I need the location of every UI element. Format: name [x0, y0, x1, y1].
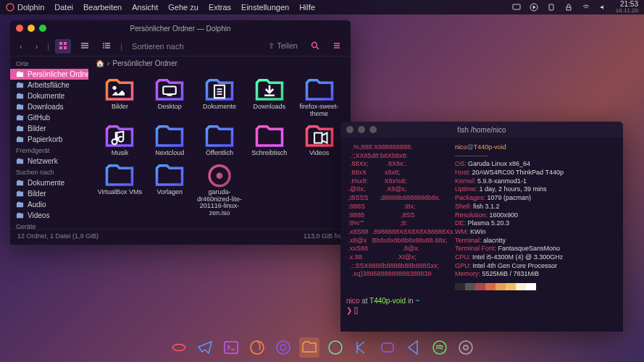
- tray-screen-icon[interactable]: [511, 2, 522, 12]
- search-button[interactable]: [307, 39, 323, 54]
- tray-clipboard-icon[interactable]: [546, 2, 556, 12]
- file-item[interactable]: Öffentlich: [196, 121, 244, 159]
- sidebar-item[interactable]: GitHub: [10, 112, 88, 123]
- dock-discord-icon[interactable]: [377, 337, 398, 358]
- window-controls: [16, 25, 46, 32]
- sidebar-item[interactable]: Audio: [10, 199, 88, 210]
- menu-app[interactable]: Dolphin: [6, 3, 44, 12]
- window-title: Persönlicher Ordner — Dolphin: [130, 25, 231, 33]
- file-item[interactable]: Videos: [295, 121, 343, 159]
- file-item[interactable]: Desktop: [146, 75, 194, 119]
- menu-einstellungen[interactable]: Einstellungen: [241, 3, 289, 12]
- svg-rect-9: [81, 43, 88, 44]
- tray-volume-icon[interactable]: [598, 2, 609, 12]
- file-item[interactable]: Vorlagen: [146, 160, 194, 219]
- svg-point-0: [7, 4, 14, 11]
- sidebar-item[interactable]: Bilder: [10, 123, 88, 134]
- dock-settings-icon[interactable]: [456, 337, 476, 358]
- menu-bearbeiten[interactable]: Bearbeiten: [83, 3, 122, 12]
- view-icons-button[interactable]: [55, 39, 71, 54]
- dock-telegram-icon[interactable]: [195, 337, 215, 358]
- maximize-button[interactable]: [369, 126, 377, 133]
- terminal-titlebar[interactable]: fish /home/nico: [340, 122, 623, 138]
- svg-rect-6: [64, 42, 67, 45]
- dolphin-titlebar[interactable]: Persönlicher Ordner — Dolphin: [10, 20, 351, 36]
- file-item[interactable]: Schreibtisch: [245, 121, 293, 159]
- dock-files-icon[interactable]: [299, 337, 319, 358]
- dock-obs-icon[interactable]: [273, 337, 293, 358]
- svg-point-18: [312, 42, 317, 47]
- menu-ansicht[interactable]: Ansicht: [132, 3, 158, 12]
- dolphin-window: Persönlicher Ordner — Dolphin ‹ › | | So…: [10, 20, 351, 245]
- minimize-button[interactable]: [358, 126, 365, 133]
- svg-point-26: [277, 341, 290, 354]
- hamburger-button[interactable]: [329, 39, 345, 54]
- dolphin-toolbar: ‹ › | | Sortieren nach ⇪Teilen: [10, 36, 351, 56]
- terminal-content[interactable]: .%;888:X888888888. .:;XX85d8:b8Xb8x8: .8…: [340, 138, 623, 332]
- dock-spotify-icon[interactable]: [430, 337, 450, 358]
- status-left: 12 Ordner, 1 Datei (1,9 GiB): [17, 232, 99, 240]
- maximize-button[interactable]: [39, 25, 46, 32]
- svg-rect-8: [64, 46, 67, 49]
- file-item[interactable]: Bilder: [96, 75, 144, 119]
- svg-rect-13: [105, 43, 110, 44]
- places-sidebar: OrtePersönlicher OrdnerArbeitsflächeDoku…: [10, 56, 88, 229]
- sidebar-item[interactable]: Persönlicher Ordner: [10, 69, 88, 80]
- sidebar-item[interactable]: Videos: [10, 210, 88, 221]
- svg-point-28: [329, 341, 342, 354]
- file-grid[interactable]: BilderDesktopDokumenteDownloadsfirefox-s…: [88, 70, 351, 229]
- clock[interactable]: 21:53 16.11.20: [616, 1, 638, 14]
- sidebar-header: Suchen nach: [10, 167, 88, 177]
- dock-firefox-icon[interactable]: [247, 337, 267, 358]
- sidebar-item[interactable]: Bilder: [10, 188, 88, 199]
- forward-button[interactable]: ›: [32, 40, 42, 53]
- sidebar-item[interactable]: Dokumente: [10, 177, 88, 188]
- menu-hilfe[interactable]: Hilfe: [299, 3, 315, 12]
- sidebar-header: Fremdgerät: [10, 145, 88, 156]
- svg-rect-3: [549, 4, 553, 10]
- svg-point-27: [280, 345, 286, 350]
- dock-element-icon[interactable]: [325, 337, 346, 358]
- dock-terminal-icon[interactable]: [221, 337, 241, 358]
- back-button[interactable]: ‹: [16, 40, 26, 53]
- file-item[interactable]: Musik: [96, 121, 144, 159]
- view-details-button[interactable]: [99, 39, 114, 54]
- breadcrumb[interactable]: 🏠 › Persönlicher Ordner: [88, 56, 351, 70]
- shell-prompt[interactable]: nico at T440p-void in ~ ❯ []: [346, 296, 617, 315]
- sidebar-item[interactable]: Papierkorb: [10, 134, 88, 145]
- file-view: 🏠 › Persönlicher Ordner BilderDesktopDok…: [88, 56, 351, 229]
- menu-extras[interactable]: Extras: [209, 3, 231, 12]
- menu-datei[interactable]: Datei: [54, 3, 73, 12]
- tray-wifi-icon[interactable]: [581, 2, 591, 12]
- file-item[interactable]: Dokumente: [196, 75, 244, 119]
- sidebar-item[interactable]: Downloads: [10, 101, 88, 112]
- dock-vscode-icon[interactable]: [403, 337, 424, 358]
- sidebar-item[interactable]: Arbeitsfläche: [10, 80, 88, 90]
- file-item[interactable]: Downloads: [245, 75, 293, 119]
- window-controls: [346, 126, 377, 133]
- sidebar-item[interactable]: Dokumente: [10, 90, 88, 101]
- close-button[interactable]: [346, 126, 354, 133]
- svg-rect-12: [103, 43, 104, 44]
- close-button[interactable]: [16, 25, 23, 32]
- global-menu: Dolphin Datei Bearbeiten Ansicht Gehe zu…: [6, 3, 315, 12]
- dock-garuda-icon[interactable]: [169, 337, 189, 358]
- file-item[interactable]: VirtualBox VMs: [96, 160, 144, 219]
- sidebar-item[interactable]: Netzwerk: [10, 156, 88, 167]
- color-palette: [455, 283, 617, 290]
- file-item[interactable]: Nextcloud: [146, 121, 194, 159]
- view-compact-button[interactable]: [77, 39, 93, 54]
- menu-gehezu[interactable]: Gehe zu: [168, 3, 198, 12]
- svg-point-32: [459, 341, 472, 354]
- share-button[interactable]: ⇪Teilen: [264, 39, 301, 53]
- sort-button[interactable]: Sortieren nach: [128, 40, 188, 53]
- file-item[interactable]: garuda-dr460nized-lite-201116-linux-zen.…: [196, 160, 244, 219]
- svg-point-23: [217, 172, 223, 179]
- tray-media-icon[interactable]: [529, 2, 539, 12]
- svg-rect-15: [105, 45, 110, 46]
- tray-lock-icon[interactable]: [564, 2, 574, 12]
- neofetch-info: nico@T440p-void --------------- OS: Garu…: [455, 143, 617, 290]
- dock-kde-icon[interactable]: [351, 337, 372, 358]
- minimize-button[interactable]: [28, 25, 35, 32]
- file-item[interactable]: firefox-sweet-theme: [295, 75, 343, 119]
